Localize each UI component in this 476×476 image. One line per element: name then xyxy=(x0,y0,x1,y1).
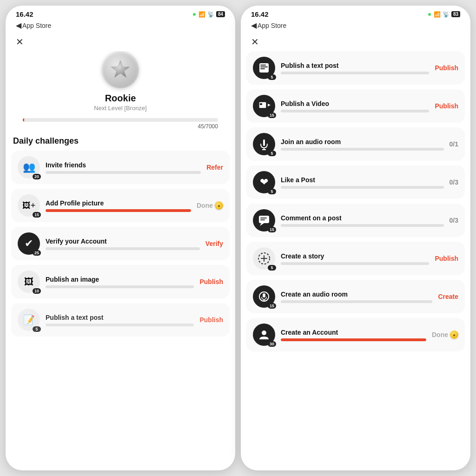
left-main-content: Rookie Next Level [Bronze] 45/7000 Daily… xyxy=(6,51,235,470)
challenge-invite-friends[interactable]: 👥 20 Invite friends Refer xyxy=(11,151,230,184)
task-create-account[interactable]: 30 Create an Account Done ● xyxy=(246,318,465,351)
challenge-publish-text-left[interactable]: 📝 5 Publish a text post Publish xyxy=(11,303,230,337)
publish-video-title: Publish a Video xyxy=(281,100,429,107)
publish-video-info: Publish a Video xyxy=(281,100,429,112)
task-like-post[interactable]: ❤ 5 Like a Post 0/3 xyxy=(246,165,465,199)
publish-text-bar xyxy=(281,72,429,74)
create-audio-badge: 15 xyxy=(268,303,276,309)
publish-text-info-left: Publish a text post xyxy=(46,314,194,326)
text-post-svg xyxy=(258,61,271,74)
xp-text: 45/7000 xyxy=(23,123,218,130)
back-label-left[interactable]: App Store xyxy=(22,22,51,29)
comment-svg xyxy=(258,214,271,227)
level-name: Rookie xyxy=(105,93,136,104)
right-signal-dot-icon xyxy=(428,13,431,16)
publish-image-icon-wrap: 🖼 10 xyxy=(18,271,40,293)
invite-friends-badge: 20 xyxy=(33,174,41,179)
challenge-publish-image[interactable]: 🖼 10 Publish an image Publish xyxy=(11,265,230,298)
publish-text-title: Publish a text post xyxy=(281,62,429,69)
create-audio-action[interactable]: Create xyxy=(438,293,458,300)
create-story-bar xyxy=(281,262,429,265)
publish-text-badge: 5 xyxy=(268,74,276,80)
xp-bar-fill xyxy=(23,118,24,122)
invite-friends-bar xyxy=(46,171,201,174)
add-profile-icon-wrap: 🖼+ 15 xyxy=(18,194,40,217)
svg-rect-3 xyxy=(260,66,268,67)
right-phone: 16.42 📶 📡 83 ◀ App Store ✕ xyxy=(241,6,470,470)
xp-bar-background xyxy=(23,118,218,122)
close-button-left[interactable]: ✕ xyxy=(6,33,34,51)
create-story-info: Create a story xyxy=(281,252,429,265)
create-account-title: Create an Account xyxy=(281,329,426,336)
publish-text-action[interactable]: Publish xyxy=(435,64,458,72)
create-account-info: Create an Account xyxy=(281,329,426,341)
create-account-icon-wrap: 30 xyxy=(253,324,275,346)
signal-dot-icon xyxy=(193,13,196,16)
add-profile-bar xyxy=(46,209,191,212)
comment-badge: 15 xyxy=(268,227,276,232)
create-account-action: Done xyxy=(432,331,448,338)
publish-image-info: Publish an image xyxy=(46,276,194,288)
comment-icon-wrap: 15 xyxy=(253,209,275,231)
verify-icon-wrap: ✔ 25 xyxy=(18,232,40,255)
verify-badge: 25 xyxy=(33,250,41,256)
comment-info: Comment on a post xyxy=(281,214,444,227)
publish-text-icon-wrap-left: 📝 5 xyxy=(18,309,40,331)
add-profile-bar-fill xyxy=(46,209,191,212)
create-audio-icon-wrap: 15 xyxy=(253,285,275,308)
publish-video-bar xyxy=(281,110,429,112)
join-audio-icon-wrap: 5 xyxy=(253,133,275,155)
svg-rect-20 xyxy=(263,293,265,298)
right-time: 16.42 xyxy=(251,10,269,18)
create-story-icon-wrap: 5 xyxy=(253,247,275,270)
publish-video-badge: 15 xyxy=(268,112,276,118)
challenge-add-profile-picture[interactable]: 🖼+ 15 Add Profile picture Done ● xyxy=(11,189,230,222)
svg-rect-4 xyxy=(260,68,265,69)
right-wifi-icon: 📡 xyxy=(443,11,450,18)
task-create-audio-room[interactable]: 15 Create an audio room Create xyxy=(246,280,465,313)
svg-rect-8 xyxy=(260,103,262,105)
join-audio-title: Join an audio room xyxy=(281,138,444,145)
svg-marker-7 xyxy=(268,104,271,106)
right-back-arrow-icon: ◀ xyxy=(251,21,257,30)
task-publish-video[interactable]: 15 Publish a Video Publish xyxy=(246,89,465,123)
invite-friends-info: Invite friends xyxy=(46,161,201,174)
gold-coin-create-account: ● xyxy=(450,331,458,339)
task-create-story[interactable]: 5 Create a story Publish xyxy=(246,242,465,275)
close-button-right[interactable]: ✕ xyxy=(241,33,269,51)
create-audio-info: Create an audio room xyxy=(281,291,432,303)
wifi-icon: 📡 xyxy=(207,11,214,18)
like-badge: 5 xyxy=(268,189,276,194)
task-publish-text-post[interactable]: 5 Publish a text post Publish xyxy=(246,51,465,85)
back-row-left[interactable]: ◀ App Store xyxy=(6,20,235,33)
section-title: Daily challenges xyxy=(11,136,230,146)
publish-text-action-left[interactable]: Publish xyxy=(199,316,223,324)
add-profile-badge: 15 xyxy=(33,212,41,218)
join-audio-badge: 5 xyxy=(268,151,276,156)
challenges-section: Daily challenges 👥 20 Invite friends Ref… xyxy=(6,136,235,470)
publish-text-bar-left xyxy=(46,324,194,326)
create-story-action[interactable]: Publish xyxy=(435,255,458,262)
right-status-icons: 📶 📡 83 xyxy=(428,11,460,18)
invite-friends-action[interactable]: Refer xyxy=(206,164,223,171)
left-status-icons: 📶 📡 84 xyxy=(193,11,225,18)
svg-rect-5 xyxy=(259,102,266,108)
svg-marker-13 xyxy=(260,223,264,226)
publish-text-info: Publish a text post xyxy=(281,62,429,74)
task-join-audio-room[interactable]: 5 Join an audio room 0/1 xyxy=(246,127,465,161)
svg-point-23 xyxy=(262,331,266,335)
back-label-right[interactable]: App Store xyxy=(258,22,286,29)
comment-bar xyxy=(281,224,444,227)
publish-video-action[interactable]: Publish xyxy=(435,102,458,110)
task-comment-post[interactable]: 15 Comment on a post 0/3 xyxy=(246,204,465,237)
verify-title: Verify your Account xyxy=(46,238,200,245)
verify-action[interactable]: Verify xyxy=(205,240,223,247)
publish-image-action[interactable]: Publish xyxy=(199,278,223,285)
right-status-bar: 16.42 📶 📡 83 xyxy=(241,6,470,20)
join-audio-count: 0/1 xyxy=(450,140,458,148)
back-row-right[interactable]: ◀ App Store xyxy=(241,20,470,33)
challenge-verify-account[interactable]: ✔ 25 Verify your Account Verify xyxy=(11,227,230,260)
publish-image-bar xyxy=(46,285,194,288)
create-account-svg xyxy=(258,328,271,341)
publish-video-icon-wrap: 15 xyxy=(253,95,275,117)
